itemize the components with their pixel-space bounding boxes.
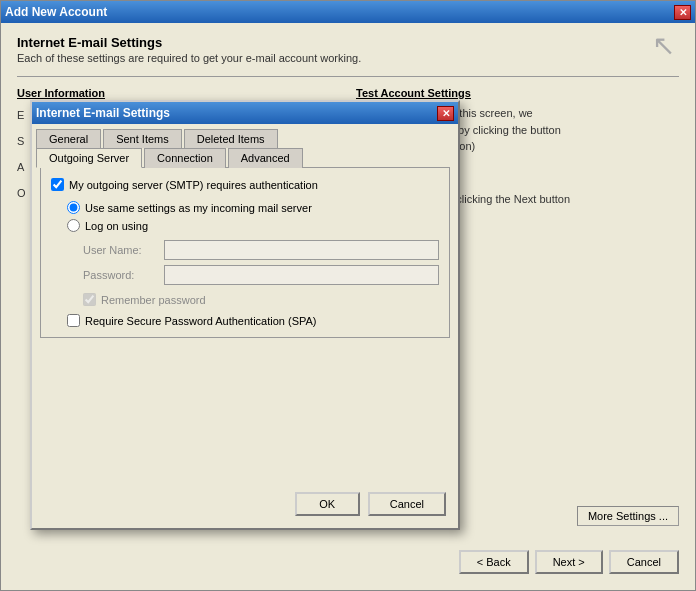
tabs-container: General Sent Items Deleted Items Outgoin… bbox=[32, 124, 458, 338]
tab-general[interactable]: General bbox=[36, 129, 101, 148]
spa-checkbox[interactable] bbox=[67, 314, 80, 327]
outer-header-title: Internet E-mail Settings bbox=[17, 35, 679, 50]
cursor-icon: ↖ bbox=[652, 29, 675, 62]
auth-options-group: Use same settings as my incoming mail se… bbox=[67, 201, 439, 232]
spa-label: Require Secure Password Authentication (… bbox=[85, 315, 317, 327]
outer-window-title: Add New Account bbox=[5, 5, 107, 19]
more-settings-button[interactable]: More Settings ... bbox=[577, 506, 679, 526]
outer-header-subtitle: Each of these settings are required to g… bbox=[17, 52, 679, 64]
credentials-group: User Name: Password: bbox=[83, 240, 439, 285]
use-same-settings-label: Use same settings as my incoming mail se… bbox=[85, 202, 312, 214]
tab-advanced[interactable]: Advanced bbox=[228, 148, 303, 168]
tab-deleted-items[interactable]: Deleted Items bbox=[184, 129, 278, 148]
spa-row: Require Secure Password Authentication (… bbox=[67, 314, 439, 327]
log-on-using-radio[interactable] bbox=[67, 219, 80, 232]
smtp-auth-row: My outgoing server (SMTP) requires authe… bbox=[51, 178, 439, 191]
log-on-using-label: Log on using bbox=[85, 220, 148, 232]
more-settings-container: More Settings ... bbox=[577, 506, 679, 534]
modal-close-button[interactable]: ✕ bbox=[437, 106, 454, 121]
username-label: User Name: bbox=[83, 244, 158, 256]
back-button[interactable]: < Back bbox=[459, 550, 529, 574]
password-label: Password: bbox=[83, 269, 158, 281]
smtp-auth-label: My outgoing server (SMTP) requires authe… bbox=[69, 179, 318, 191]
remember-password-checkbox[interactable] bbox=[83, 293, 96, 306]
username-input[interactable] bbox=[164, 240, 439, 260]
next-button[interactable]: Next > bbox=[535, 550, 603, 574]
modal-buttons: OK Cancel bbox=[295, 492, 446, 516]
modal-ok-button[interactable]: OK bbox=[295, 492, 360, 516]
outer-titlebar: Add New Account ✕ bbox=[1, 1, 695, 23]
modal-cancel-button[interactable]: Cancel bbox=[368, 492, 446, 516]
use-same-settings-radio[interactable] bbox=[67, 201, 80, 214]
cancel-button[interactable]: Cancel bbox=[609, 550, 679, 574]
smtp-auth-checkbox[interactable] bbox=[51, 178, 64, 191]
user-info-label: User Information bbox=[17, 87, 340, 99]
tab-connection[interactable]: Connection bbox=[144, 148, 226, 168]
outer-close-button[interactable]: ✕ bbox=[674, 5, 691, 20]
log-on-using-row: Log on using bbox=[67, 219, 439, 232]
internet-email-settings-modal: Internet E-mail Settings ✕ General Sent … bbox=[30, 100, 460, 530]
outgoing-server-tab-content: My outgoing server (SMTP) requires authe… bbox=[40, 167, 450, 338]
use-same-settings-row: Use same settings as my incoming mail se… bbox=[67, 201, 439, 214]
username-row: User Name: bbox=[83, 240, 439, 260]
password-row: Password: bbox=[83, 265, 439, 285]
test-account-label: Test Account Settings bbox=[356, 87, 679, 99]
tabs-row-2: Outgoing Server Connection Advanced bbox=[36, 147, 454, 167]
remember-password-row: Remember password bbox=[83, 293, 439, 306]
tab-outgoing-server[interactable]: Outgoing Server bbox=[36, 148, 142, 168]
modal-titlebar: Internet E-mail Settings ✕ bbox=[32, 102, 458, 124]
tabs-row-1: General Sent Items Deleted Items bbox=[36, 128, 454, 147]
nav-buttons: < Back Next > Cancel bbox=[459, 550, 679, 574]
password-input[interactable] bbox=[164, 265, 439, 285]
outer-divider bbox=[17, 76, 679, 77]
remember-password-label: Remember password bbox=[101, 294, 206, 306]
modal-title: Internet E-mail Settings bbox=[36, 106, 170, 120]
tab-sent-items[interactable]: Sent Items bbox=[103, 129, 182, 148]
